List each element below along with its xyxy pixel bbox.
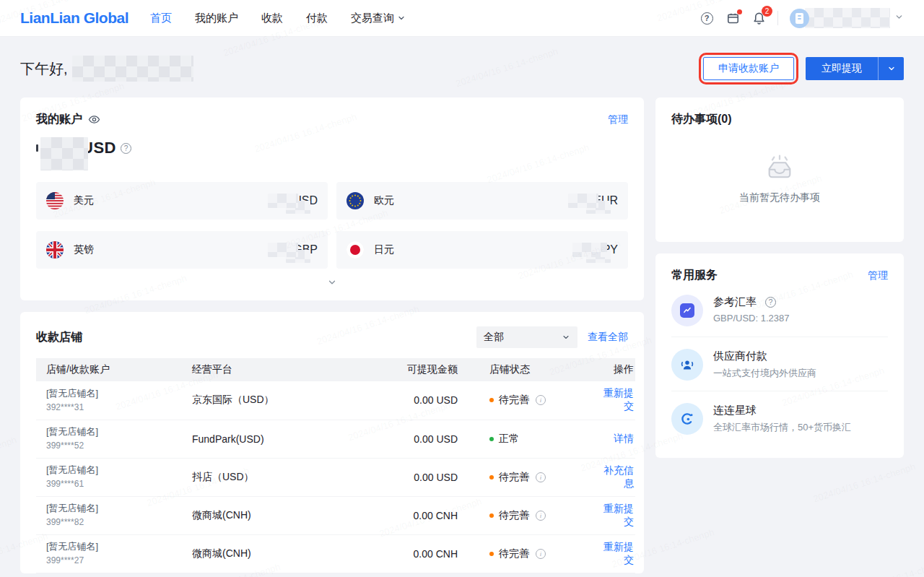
withdraw-now-button[interactable]: 立即提现 xyxy=(806,57,878,80)
bell-icon[interactable]: 2 xyxy=(751,11,766,25)
row-action-link[interactable]: 重新提交 xyxy=(603,541,634,565)
info-circle-icon[interactable] xyxy=(536,511,546,521)
avatar xyxy=(790,9,809,28)
currency-name: 日元 xyxy=(374,243,394,256)
empty-inbox-icon xyxy=(763,151,796,184)
shop-amount: 0.00 USD xyxy=(341,381,458,420)
currency-name: 欧元 xyxy=(374,194,394,207)
shop-account: 399****52 xyxy=(46,440,181,452)
service-item-exchange-rate[interactable]: 参考汇率 GBP/USD: 1.2387 xyxy=(671,283,888,337)
account-manage-link[interactable]: 管理 xyxy=(608,113,628,125)
eu-flag-icon xyxy=(346,192,364,209)
nav-item-pay[interactable]: 付款 xyxy=(306,12,328,25)
currency-tile-eur[interactable]: 欧元 EUR xyxy=(336,182,628,220)
divider xyxy=(777,11,778,25)
todo-title: 待办事项(0) xyxy=(671,112,888,127)
shops-filter-select[interactable]: 全部 xyxy=(476,326,578,348)
info-circle-icon[interactable] xyxy=(536,395,546,405)
status-dot xyxy=(489,437,494,441)
currency-name: 英镑 xyxy=(74,243,94,256)
my-account-card: 我的账户 管理 USD xyxy=(20,97,644,300)
help-circle-icon[interactable] xyxy=(121,143,131,154)
currency-tile-usd[interactable]: 美元 USD xyxy=(36,182,328,220)
col-amount: 可提现金额 xyxy=(341,358,458,381)
nav-item-receive[interactable]: 收款 xyxy=(261,12,283,25)
status-text: 待完善 xyxy=(499,394,529,407)
apply-receiving-account-button[interactable]: 申请收款账户 xyxy=(703,57,794,80)
expand-currencies-button[interactable] xyxy=(36,274,628,290)
account-total: USD xyxy=(36,137,628,172)
shop-name: [暂无店铺名] xyxy=(46,387,181,400)
total-amount-blurred xyxy=(40,137,88,170)
row-action-link[interactable]: 补充信息 xyxy=(603,464,634,489)
amount-blurred xyxy=(268,243,298,257)
todo-card: 待办事项(0) 当前暂无待办事项 xyxy=(655,97,904,242)
shop-platform: 京东国际（USD） xyxy=(182,381,341,420)
red-annotation-box: 申请收款账户 xyxy=(699,53,798,84)
service-subtitle: 一站式支付境内外供应商 xyxy=(713,367,816,380)
services-title: 常用服务 xyxy=(671,268,718,283)
shop-name: [暂无店铺名] xyxy=(46,502,181,515)
services-manage-link[interactable]: 管理 xyxy=(868,269,888,281)
currency-name: 美元 xyxy=(74,194,94,207)
notification-badge: 2 xyxy=(762,6,772,17)
shop-account: 399****27 xyxy=(46,555,181,567)
user-menu[interactable] xyxy=(790,8,904,28)
status-text: 待完善 xyxy=(499,547,529,560)
shop-amount: 0.00 CNH xyxy=(341,534,458,573)
help-icon[interactable] xyxy=(699,11,714,25)
currency-grid: 美元 USD 欧元 xyxy=(36,182,628,269)
main-nav: 首页 我的账户 收款 付款 交易查询 xyxy=(150,12,406,25)
amount-blurred xyxy=(268,194,298,208)
common-services-card: 常用服务 管理 参考汇率 GBP/USD: 1.2387 xyxy=(655,253,904,458)
eye-icon[interactable] xyxy=(88,113,100,126)
nav-item-my-account[interactable]: 我的账户 xyxy=(195,12,238,25)
nav-item-transactions[interactable]: 交易查询 xyxy=(351,12,406,25)
row-action-link[interactable]: 重新提交 xyxy=(603,503,634,527)
greeting-name-blurred xyxy=(72,56,193,82)
announcement-board-icon[interactable] xyxy=(725,11,740,25)
view-all-link[interactable]: 查看全部 xyxy=(588,331,628,344)
notification-dot xyxy=(737,9,742,14)
currency-tile-jpy[interactable]: 日元 JPY xyxy=(336,231,628,269)
amount-blurred xyxy=(572,243,607,257)
shops-title: 收款店铺 xyxy=(36,330,82,345)
col-shop-account: 店铺/收款账户 xyxy=(36,358,182,381)
nav-item-home[interactable]: 首页 xyxy=(150,12,172,25)
shop-name: [暂无店铺名] xyxy=(46,464,181,477)
status-dot xyxy=(489,552,494,556)
status-text: 待完善 xyxy=(499,471,529,484)
table-row: [暂无店铺名]399****27 微商城(CNH) 0.00 CNH 待完善 重… xyxy=(36,534,635,573)
shop-name: [暂无店铺名] xyxy=(46,540,181,553)
table-row: [暂无店铺名]399****61 抖店（USD） 0.00 USD 待完善 补充… xyxy=(36,458,635,496)
shop-amount: 0.00 USD xyxy=(341,458,458,496)
help-circle-icon[interactable] xyxy=(765,297,776,308)
info-circle-icon[interactable] xyxy=(536,472,546,482)
status-text: 待完善 xyxy=(499,509,529,522)
col-action: 操作 xyxy=(590,358,635,381)
shop-platform: 微商城(CNH) xyxy=(182,534,341,573)
lianlian-planet-icon xyxy=(671,403,703,435)
us-flag-icon xyxy=(46,192,64,209)
row-action-link[interactable]: 重新提交 xyxy=(603,387,634,412)
service-item-lianlian-planet[interactable]: 连连星球 全球汇率市场行情，50+货币换汇 xyxy=(671,391,888,445)
shop-name: [暂无店铺名] xyxy=(46,425,181,438)
col-status: 店铺状态 xyxy=(458,358,590,381)
shop-platform: 抖店（USD） xyxy=(182,458,341,496)
col-platform: 经营平台 xyxy=(182,358,341,381)
shops-filter-value: 全部 xyxy=(484,331,504,344)
row-action-link[interactable]: 详情 xyxy=(614,433,634,444)
service-subtitle: 全球汇率市场行情，50+货币换汇 xyxy=(713,421,851,434)
table-row: [暂无店铺名]399****82 微商城(CNH) 0.00 CNH 待完善 重… xyxy=(36,496,635,534)
withdraw-dropdown-button[interactable] xyxy=(878,57,904,80)
exchange-rate-icon xyxy=(671,295,703,326)
shop-platform: FundPark(USD) xyxy=(182,420,341,458)
service-item-supplier-payment[interactable]: 供应商付款 一站式支付境内外供应商 xyxy=(671,337,888,391)
username-blurred xyxy=(805,8,890,28)
status-text: 正常 xyxy=(499,433,519,446)
currency-tile-gbp[interactable]: 英镑 GBP xyxy=(36,231,328,269)
chevron-down-icon xyxy=(562,333,570,342)
withdraw-split-button: 立即提现 xyxy=(806,57,904,80)
shop-platform: 微商城(CNH) xyxy=(182,496,341,534)
info-circle-icon[interactable] xyxy=(536,549,546,559)
